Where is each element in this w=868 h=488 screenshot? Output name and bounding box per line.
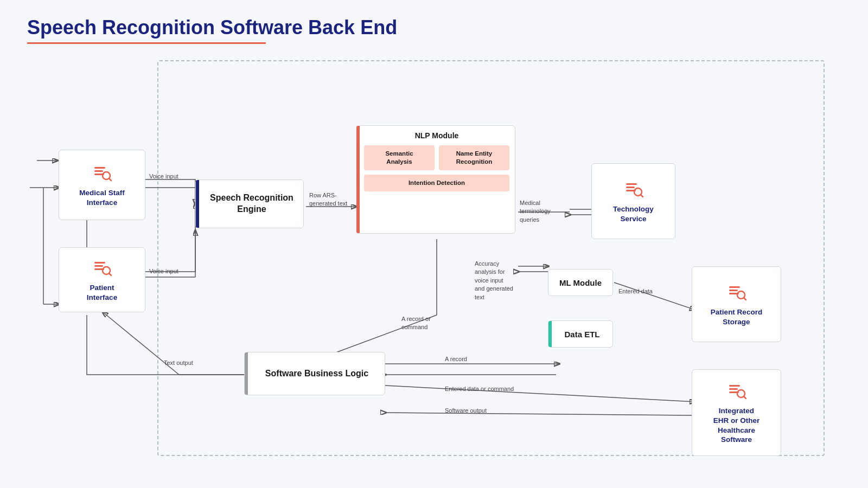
svg-rect-22 — [94, 167, 105, 169]
a-record-label: A record — [445, 356, 467, 362]
medical-staff-icon — [92, 163, 112, 185]
svg-line-41 — [744, 298, 746, 300]
svg-rect-38 — [729, 290, 738, 291]
row-ars-label: Row ARS-generated text — [309, 191, 347, 208]
name-entity-box: Name EntityRecognition — [439, 145, 509, 170]
text-output-label: Text output — [164, 359, 193, 366]
svg-rect-37 — [729, 286, 740, 288]
svg-rect-43 — [729, 388, 738, 390]
data-etl-label: Data ETL — [561, 330, 599, 339]
svg-line-36 — [641, 195, 643, 197]
patient-record-storage-icon — [727, 282, 746, 304]
page: Speech Recognition Software Back End — [0, 0, 868, 488]
page-title: Speech Recognition Software Back End — [27, 16, 841, 39]
svg-line-31 — [109, 273, 111, 275]
nlp-left-bar — [356, 126, 360, 233]
svg-rect-28 — [94, 265, 103, 267]
sbl-bar — [245, 352, 248, 395]
speech-recognition-label: Speech RecognitionEngine — [206, 192, 293, 215]
svg-rect-27 — [94, 262, 105, 264]
svg-rect-42 — [729, 385, 740, 387]
integrated-ehr-box: IntegratedEHR or OtherHealthcareSoftware — [692, 369, 781, 456]
svg-rect-32 — [626, 183, 637, 185]
ml-module-box: ML Module — [548, 269, 613, 296]
nlp-module-box: NLP Module SemanticAnalysis Name EntityR… — [358, 125, 515, 234]
medical-terminology-label: Medicalterminologyqueries — [520, 199, 551, 224]
patient-interface-box: PatientInterface — [59, 247, 145, 312]
patient-interface-icon — [92, 258, 112, 280]
accuracy-analysis-label: Accuracyanalysis forvoice inputand gener… — [475, 260, 513, 301]
voice-input-1-label: Voice input — [149, 173, 178, 179]
diagram: Medical StaffInterface PatientInterface … — [27, 55, 841, 467]
software-business-logic-box: Software Business Logic — [244, 352, 385, 395]
etl-bar — [548, 321, 552, 347]
technology-service-label: TechnologyService — [613, 204, 654, 223]
patient-record-storage-box: Patient RecordStorage — [692, 266, 781, 342]
integrated-ehr-label: IntegratedEHR or OtherHealthcareSoftware — [713, 406, 760, 444]
software-output-label: Software output — [445, 407, 487, 414]
software-business-logic-label: Software Business Logic — [261, 368, 368, 380]
technology-service-icon — [624, 179, 643, 201]
voice-input-2-label: Voice input — [149, 268, 178, 274]
data-etl-box: Data ETL — [548, 320, 613, 348]
entered-data-command-label: Entered data or command — [445, 386, 514, 392]
record-or-command-label: A record orcommand — [401, 315, 431, 332]
svg-rect-33 — [626, 187, 635, 188]
entered-data-label: Entered data — [618, 288, 653, 294]
svg-rect-23 — [94, 170, 103, 172]
speech-recognition-box: Speech RecognitionEngine — [195, 179, 304, 228]
speech-box-bar — [196, 180, 199, 228]
ml-module-label: ML Module — [559, 278, 602, 287]
intention-detection-row: Intention Detection — [364, 175, 509, 191]
semantic-analysis-box: SemanticAnalysis — [364, 145, 435, 170]
svg-line-26 — [109, 178, 111, 181]
nlp-inner-row: SemanticAnalysis Name EntityRecognition — [364, 145, 509, 170]
nlp-title: NLP Module — [364, 131, 509, 140]
integrated-ehr-icon — [727, 381, 746, 403]
medical-staff-box: Medical StaffInterface — [59, 150, 145, 220]
intention-detection-box: Intention Detection — [364, 175, 509, 191]
patient-interface-label: PatientInterface — [87, 283, 117, 302]
title-underline — [27, 42, 266, 44]
technology-service-box: TechnologyService — [591, 163, 675, 239]
patient-record-storage-label: Patient RecordStorage — [711, 307, 762, 326]
svg-line-46 — [744, 396, 746, 399]
medical-staff-label: Medical StaffInterface — [79, 188, 124, 207]
